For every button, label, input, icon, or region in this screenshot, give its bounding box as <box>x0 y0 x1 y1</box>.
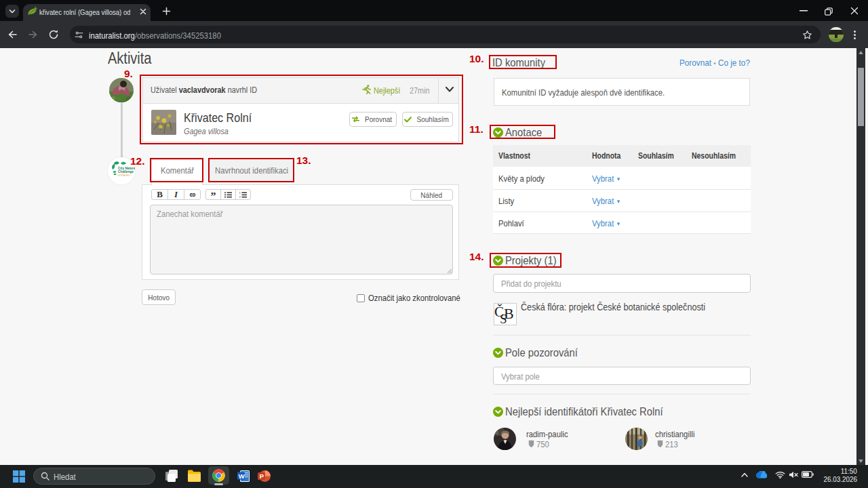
svg-text:B: B <box>504 305 514 322</box>
svg-text:P: P <box>260 472 264 480</box>
svg-text:2: 2 <box>239 195 241 198</box>
svg-text:Challenge: Challenge <box>118 170 134 174</box>
svg-text:OSTRAVSKO: OSTRAVSKO <box>117 174 131 177</box>
svg-text:1: 1 <box>239 192 241 195</box>
svg-text:W: W <box>239 472 245 480</box>
